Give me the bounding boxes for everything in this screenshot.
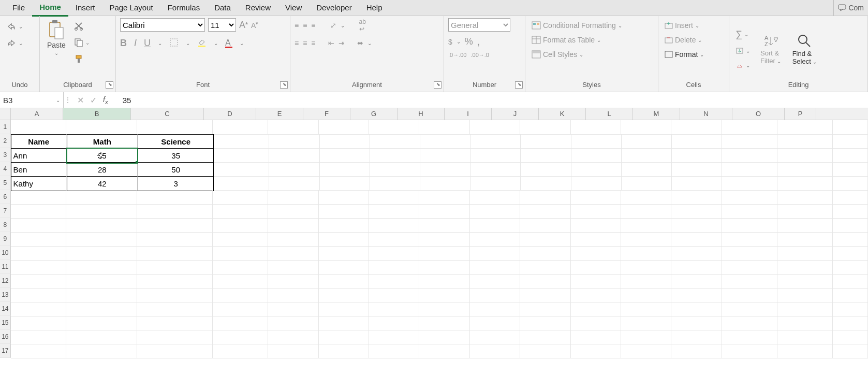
font-name-select[interactable]: Calibri <box>120 18 205 32</box>
cell-G5[interactable] <box>370 176 420 191</box>
cell-B3[interactable]: 35 <box>67 148 138 163</box>
cell-G3[interactable] <box>370 148 420 163</box>
cell-B1[interactable] <box>66 120 137 135</box>
cell-A7[interactable] <box>11 204 66 219</box>
cell-K11[interactable] <box>571 260 621 275</box>
cell-M17[interactable] <box>671 344 722 358</box>
cell-C12[interactable] <box>137 274 213 289</box>
cell-L6[interactable] <box>621 190 671 205</box>
cell-M3[interactable] <box>672 148 722 163</box>
cell-A12[interactable] <box>11 274 66 289</box>
row-header-1[interactable]: 1 <box>0 120 11 134</box>
cell-G4[interactable] <box>370 162 420 177</box>
format-painter-button[interactable] <box>72 53 92 65</box>
cell-A11[interactable] <box>11 260 66 275</box>
cell-I14[interactable] <box>470 302 520 316</box>
row-header-12[interactable]: 12 <box>0 274 11 288</box>
cell-P17[interactable] <box>833 344 868 358</box>
format-cells-button[interactable]: Format⌄ <box>663 49 706 60</box>
tab-help[interactable]: Help <box>359 0 390 16</box>
cell-G9[interactable] <box>369 232 419 247</box>
cell-E14[interactable] <box>268 302 318 316</box>
row-header-7[interactable]: 7 <box>0 204 11 218</box>
cell-J12[interactable] <box>520 274 570 289</box>
col-header-I[interactable]: I <box>445 108 492 120</box>
italic-button[interactable]: I <box>134 38 137 49</box>
tab-review[interactable]: Review <box>238 0 278 16</box>
cell-N15[interactable] <box>722 316 777 330</box>
cell-O7[interactable] <box>777 204 833 219</box>
cell-M10[interactable] <box>671 246 722 261</box>
row-header-10[interactable]: 10 <box>0 246 11 260</box>
cell-K15[interactable] <box>571 316 621 330</box>
cell-M9[interactable] <box>671 232 722 247</box>
clipboard-dialog-launcher[interactable]: ⬊ <box>106 81 113 89</box>
copy-button[interactable]: ⌄ <box>72 37 92 48</box>
cell-N10[interactable] <box>722 246 777 261</box>
cell-H5[interactable] <box>420 176 470 191</box>
number-dialog-launcher[interactable]: ⬊ <box>515 81 523 89</box>
col-header-A[interactable]: A <box>11 108 63 120</box>
row-header-13[interactable]: 13 <box>0 288 11 302</box>
cell-O16[interactable] <box>777 330 833 344</box>
cell-B17[interactable] <box>66 344 137 358</box>
number-format-select[interactable]: General <box>448 18 510 32</box>
cell-C15[interactable] <box>137 316 213 330</box>
cell-H15[interactable] <box>419 316 469 330</box>
cell-M2[interactable] <box>672 134 722 149</box>
cell-D5[interactable] <box>214 176 269 191</box>
cell-A5[interactable]: Kathy <box>11 176 67 191</box>
cell-J7[interactable] <box>520 204 570 219</box>
cell-N14[interactable] <box>722 302 777 316</box>
cell-G7[interactable] <box>369 204 419 219</box>
cell-N9[interactable] <box>722 232 777 247</box>
cell-P15[interactable] <box>833 316 868 330</box>
cell-A1[interactable] <box>11 120 66 135</box>
format-as-table-button[interactable]: Format as Table⌄ <box>529 35 603 45</box>
col-header-E[interactable]: E <box>256 108 303 120</box>
cell-K3[interactable] <box>571 148 622 163</box>
cell-L4[interactable] <box>622 162 672 177</box>
cell-C14[interactable] <box>137 302 213 316</box>
cell-D2[interactable] <box>214 134 269 149</box>
cell-F12[interactable] <box>319 274 369 289</box>
orientation-button[interactable]: ⤢ <box>330 21 336 30</box>
cell-I5[interactable] <box>470 176 521 191</box>
cell-I16[interactable] <box>470 330 520 344</box>
row-header-5[interactable]: 5 <box>0 176 11 190</box>
cell-G17[interactable] <box>369 344 419 358</box>
cell-J16[interactable] <box>520 330 570 344</box>
fill-button[interactable]: ⌄ <box>733 46 752 55</box>
cell-P13[interactable] <box>833 288 868 302</box>
spreadsheet-grid[interactable]: ABCDEFGHIJKLMNOP12NameMathScience3Ann353… <box>0 108 868 358</box>
cell-styles-button[interactable]: Cell Styles⌄ <box>529 49 585 60</box>
cell-O17[interactable] <box>777 344 833 358</box>
cell-J1[interactable] <box>520 120 570 135</box>
cell-O15[interactable] <box>777 316 833 330</box>
cell-K17[interactable] <box>571 344 621 358</box>
cell-C1[interactable] <box>137 120 213 135</box>
cell-I2[interactable] <box>470 134 521 149</box>
cell-G13[interactable] <box>369 288 419 302</box>
cell-I9[interactable] <box>470 232 520 247</box>
cell-E13[interactable] <box>268 288 318 302</box>
cell-J15[interactable] <box>520 316 570 330</box>
cell-H12[interactable] <box>419 274 469 289</box>
cell-M14[interactable] <box>671 302 722 316</box>
cell-O14[interactable] <box>777 302 833 316</box>
underline-button[interactable]: U <box>144 38 151 49</box>
cell-I11[interactable] <box>470 260 520 275</box>
row-header-6[interactable]: 6 <box>0 190 11 204</box>
merge-button[interactable]: ⬌ <box>357 39 363 47</box>
row-header-9[interactable]: 9 <box>0 232 11 246</box>
col-header-P[interactable]: P <box>785 108 816 120</box>
cell-F5[interactable] <box>320 176 370 191</box>
align-left-icon[interactable]: ≡ <box>295 39 299 47</box>
cell-D16[interactable] <box>213 330 268 344</box>
cell-J10[interactable] <box>520 246 570 261</box>
col-header-H[interactable]: H <box>398 108 445 120</box>
undo-button[interactable]: ⌄ <box>4 21 25 32</box>
cell-F7[interactable] <box>319 204 369 219</box>
cell-O13[interactable] <box>777 288 833 302</box>
cell-K6[interactable] <box>571 190 621 205</box>
